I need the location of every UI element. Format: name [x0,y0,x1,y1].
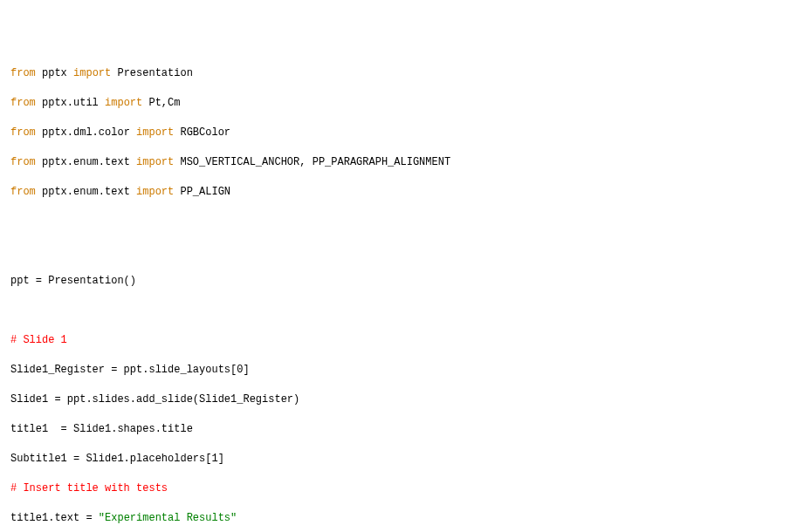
code-line: ppt = Presentation() [10,274,787,289]
keyword-import: import [73,67,111,79]
code-line [10,215,787,229]
code-text: title1.text = [10,512,99,524]
comment-line: # Slide 1 [10,333,787,348]
code-text: Presentation [111,67,193,79]
code-line: from pptx.dml.color import RGBColor [10,126,787,140]
code-line: title1 = Slide1.shapes.title [10,422,787,437]
code-text: pptx.util [36,97,105,109]
code-line: Slide1_Register = ppt.slide_layouts[0] [10,363,787,378]
keyword-import: import [136,126,174,139]
code-line: Slide1 = ppt.slides.add_slide(Slide1_Reg… [10,392,787,407]
code-line: title1.text = "Experimental Results" [10,511,787,526]
code-line: Subtitle1 = Slide1.placeholders[1] [10,452,787,467]
keyword-import: import [136,156,174,168]
keyword-import: import [136,186,174,198]
code-text: pptx.dml.color [36,126,136,139]
code-text: MSO_VERTICAL_ANCHOR, PP_PARAGRAPH_ALIGNM… [174,156,450,168]
code-text: RGBColor [174,126,230,139]
code-text: pptx [36,67,73,79]
code-text: Pt,Cm [142,97,180,109]
code-line [10,244,787,259]
string-literal: "Experimental Results" [99,512,237,524]
keyword-from: from [10,126,36,139]
code-line: from pptx.enum.text import MSO_VERTICAL_… [10,155,787,170]
code-text: pptx.enum.text [36,156,136,168]
comment-line: # Insert title with tests [10,481,787,496]
code-line: from pptx import Presentation [10,66,787,81]
keyword-import: import [105,97,142,109]
keyword-from: from [10,67,36,79]
keyword-from: from [10,156,36,168]
code-line [10,304,787,318]
keyword-from: from [10,186,36,198]
code-line: from pptx.util import Pt,Cm [10,96,787,111]
code-text: PP_ALIGN [174,186,230,198]
keyword-from: from [10,97,36,109]
code-text: pptx.enum.text [36,186,136,198]
code-line: from pptx.enum.text import PP_ALIGN [10,185,787,200]
